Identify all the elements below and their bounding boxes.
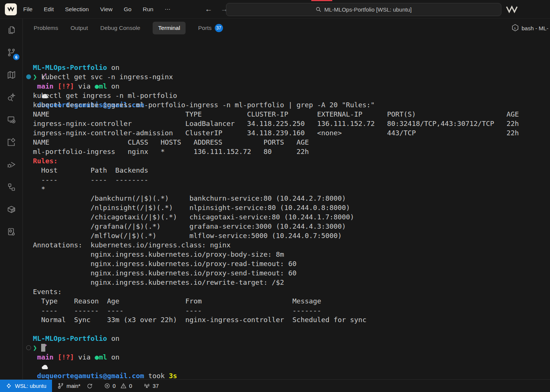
menu-selection[interactable]: Selection [65, 6, 89, 13]
terminal-line: /grafana(/|$)(.*) grafana-service:3000 (… [23, 222, 550, 231]
ports-badge: 37 [215, 24, 223, 32]
remote-icon [6, 383, 12, 389]
warning-count: 0 [129, 383, 132, 389]
terminal-line: ❯ kubectl get svc -n ingress-nginx [23, 72, 550, 81]
activity-remote-explorer[interactable] [0, 108, 23, 131]
tab-output[interactable]: Output [70, 25, 88, 31]
debug-icon [6, 160, 16, 170]
bottom-panel: Problems Output Debug Console Terminal P… [23, 19, 550, 379]
recording-indicator [311, 0, 332, 1]
terminal-line: Host Path Backends [23, 166, 550, 175]
terminal-line: kubectl get ingress -n ml-portfolio [23, 91, 550, 100]
menu-run[interactable]: Run [143, 6, 153, 13]
sync-icon [86, 383, 93, 389]
problems-status[interactable]: 0 0 [101, 380, 135, 392]
ports-count: 37 [153, 383, 159, 389]
history-nav: ← → [205, 5, 228, 13]
radio-tower-icon [143, 383, 150, 389]
activity-containers[interactable] [0, 198, 23, 220]
menu-file[interactable]: File [23, 6, 33, 13]
menu-more[interactable]: ⋯ [165, 6, 171, 13]
command-decoration-icon[interactable] [26, 74, 31, 79]
back-arrow-icon[interactable]: ← [205, 5, 212, 13]
terminal-line: ML-MLOps-Portfolio on main [!?] via ●ml … [23, 334, 550, 343]
warning-icon [120, 383, 127, 389]
tab-ports[interactable]: Ports 37 [198, 24, 223, 32]
search-icon [316, 7, 321, 12]
menu-view[interactable]: View [100, 6, 112, 13]
activity-map[interactable] [0, 64, 23, 86]
sync-button[interactable] [83, 380, 96, 392]
terminal-session-label[interactable]: $ bash - ML- [511, 19, 549, 37]
forwarded-ports-status[interactable]: 37 [140, 380, 162, 392]
terminal-cursor [41, 344, 45, 352]
map-icon [6, 70, 16, 80]
terminal-line: Annotations: kubernetes.io/ingress.class… [23, 240, 550, 250]
activity-explorer[interactable] [0, 19, 23, 41]
terminal-line: ml-portfolio-ingress nginx * 136.111.152… [23, 147, 550, 156]
error-count: 0 [113, 383, 116, 389]
terminal-line: ❯ [23, 343, 550, 352]
branch-lock-icon [57, 382, 64, 389]
terminal-line: nginx.ingress.kubernetes.io/proxy-body-s… [23, 250, 550, 259]
branch-label: main* [67, 383, 80, 389]
menu-go[interactable]: Go [124, 6, 132, 13]
terminal-line: ML-MLOps-Portfolio on main [!?] via ●ml … [23, 63, 550, 72]
windsurf-wordmark-icon [505, 4, 519, 15]
branch-status[interactable]: main* [54, 380, 83, 392]
command-center-search[interactable]: ML-MLOps-Portfolio [WSL: ubuntu] [226, 3, 501, 16]
terminal-line: Events: [23, 287, 550, 296]
tab-terminal[interactable]: Terminal [153, 22, 186, 34]
remote-window-icon [6, 115, 16, 125]
activity-bar: 6 [0, 19, 23, 379]
status-bar: WSL: ubuntu main* 0 0 37 [0, 379, 550, 392]
app-logo [5, 3, 17, 15]
activity-ai-search[interactable] [0, 86, 23, 108]
terminal-line: /chicagotaxi(/|$)(.*) chicagotaxi-servic… [23, 212, 550, 222]
files-icon [6, 25, 16, 35]
terminal-line [23, 324, 550, 334]
terminal-line: nginx.ingress.kubernetes.io/proxy-read-t… [23, 259, 550, 268]
terminal-line: kubectl describe ingress ml-portfolio-in… [23, 100, 550, 109]
activity-source-control[interactable]: 6 [0, 41, 23, 64]
terminal-line: Type Reason Age From Message [23, 296, 550, 306]
terminal-line: nginx.ingress.kubernetes.io/rewrite-targ… [23, 278, 550, 287]
remote-indicator[interactable]: WSL: ubuntu [0, 380, 52, 392]
terminal-line: nginx.ingress.kubernetes.io/proxy-send-t… [23, 268, 550, 278]
command-decoration-icon[interactable] [26, 345, 31, 350]
terminal-line: /mlflow(/|$)(.*) mlflow-service:5000 (10… [23, 231, 550, 240]
terminal-line: * [23, 184, 550, 194]
tab-debug-console[interactable]: Debug Console [100, 25, 140, 31]
terminal-line [23, 81, 550, 91]
extensions-icon [6, 137, 16, 147]
terminal-line: NAME CLASS HOSTS ADDRESS PORTS AGE [23, 138, 550, 147]
menu-edit[interactable]: Edit [44, 6, 54, 13]
remote-label: WSL: ubuntu [15, 383, 46, 389]
search-sparkle-icon [6, 92, 16, 102]
panel-tab-bar: Problems Output Debug Console Terminal P… [23, 19, 550, 37]
container-icon [6, 204, 16, 214]
terminal-line: /bankchurn(/|$)(.*) bankchurn-service:80… [23, 194, 550, 203]
terminal-line: ---- ------ ---- ---- ------- [23, 306, 550, 315]
cloud-icon [41, 364, 49, 370]
activity-code-settings[interactable] [0, 220, 23, 243]
error-icon [104, 383, 110, 389]
activity-hierarchy[interactable] [0, 176, 23, 198]
activity-extensions[interactable] [0, 131, 23, 153]
title-bar: File Edit Selection View Go Run ⋯ ← → ML… [0, 0, 550, 19]
activity-run-debug[interactable] [0, 153, 23, 176]
tab-problems[interactable]: Problems [34, 25, 58, 31]
terminal-line: NAME TYPE CLUSTER-IP EXTERNAL-IP PORT(S)… [23, 109, 550, 119]
terminal-line: Normal Sync 33m (x3 over 22h) nginx-ingr… [23, 315, 550, 324]
terminal-line: ingress-nginx-controller LoadBalancer 34… [23, 119, 550, 128]
terminal[interactable]: ML-MLOps-Portfolio on main [!?] via ●ml … [23, 37, 550, 379]
windsurf-logo-icon [7, 7, 15, 12]
svg-text:$: $ [514, 27, 516, 30]
terminal-line: Rules: [23, 156, 550, 166]
search-value: ML-MLOps-Portfolio [WSL: ubuntu] [324, 6, 412, 13]
menu-bar: File Edit Selection View Go Run ⋯ [23, 6, 170, 13]
terminal-line: /nlpinsight(/|$)(.*) nlpinsight-service:… [23, 203, 550, 212]
terminal-line: ingress-nginx-controller-admission Clust… [23, 128, 550, 138]
terminal-line: ---- ---- -------- [23, 175, 550, 184]
bash-icon: $ [511, 24, 519, 32]
